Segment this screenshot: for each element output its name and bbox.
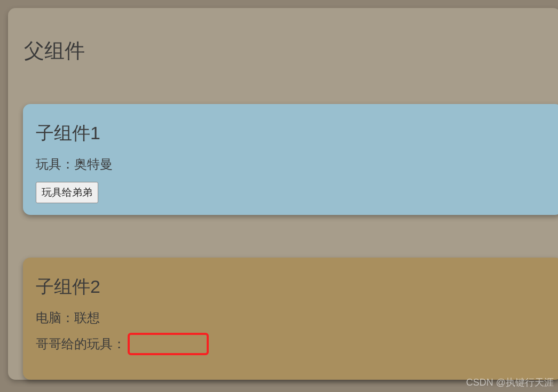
child1-title: 子组件1 [36, 121, 558, 146]
parent-component: 父组件 子组件1 玩具：奥特曼 玩具给弟弟 子组件2 电脑：联想 哥哥给的玩具： [8, 8, 558, 380]
child2-title: 子组件2 [36, 275, 558, 299]
child2-computer-label: 电脑： [36, 310, 74, 325]
give-toy-button[interactable]: 玩具给弟弟 [36, 182, 98, 203]
child2-brother-toy-label: 哥哥给的玩具： [36, 337, 125, 351]
child2-computer-field: 电脑：联想 [36, 309, 558, 327]
child2-brother-toy-field: 哥哥给的玩具： [36, 334, 558, 356]
parent-title: 父组件 [8, 8, 558, 65]
child-component-2: 子组件2 电脑：联想 哥哥给的玩具： [23, 258, 558, 380]
highlight-empty-box [128, 333, 209, 355]
child2-computer-value: 联想 [74, 310, 100, 325]
child1-toy-value: 奥特曼 [74, 157, 113, 171]
child1-toy-label: 玩具： [36, 157, 74, 171]
child1-toy-field: 玩具：奥特曼 [36, 155, 558, 173]
child-component-1: 子组件1 玩具：奥特曼 玩具给弟弟 [23, 104, 558, 215]
